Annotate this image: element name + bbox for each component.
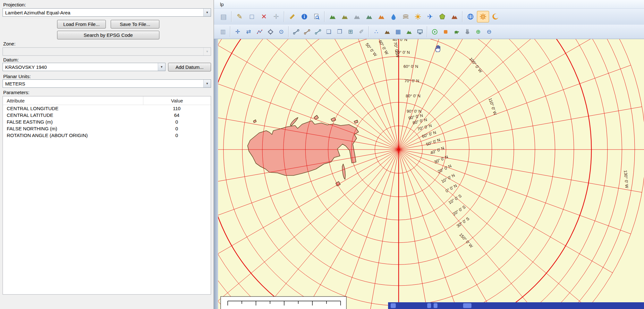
zoom-out-icon[interactable]: ⊖ [484,27,494,37]
chevron-down-icon[interactable]: ▼ [203,80,211,87]
search-document-icon[interactable] [311,11,322,22]
vertex-tools-icon[interactable] [313,27,323,37]
projection-dropdown[interactable]: Lambert Azimuthal Equal-Area ▼ [3,8,211,17]
datum-value: KRASOVSKY 1940 [3,64,158,70]
parameter-attribute: FALSE NORTHING (m) [3,126,143,131]
taskbar-strip[interactable] [388,302,644,309]
digitizer-pencil-icon[interactable]: ✎ [234,11,245,22]
copy-features-icon[interactable]: ❏ [324,27,334,37]
parameters-table-header: Attribute Value [3,96,211,105]
scale-feature-icon[interactable]: ⇄ [243,27,254,37]
parameters-rows: CENTRAL LONGITUDE110CENTRAL LATITUDE64FA… [3,105,211,139]
parameter-value: 0 [143,119,210,125]
toolbar-separator [462,11,463,22]
grid-label: 60° 0' N [403,64,418,69]
measure-ruler-icon[interactable] [286,11,298,22]
value-column-header[interactable]: Value [143,96,211,105]
projection-value: Lambert Azimuthal Equal-Area [3,10,203,15]
toolbar-separator [230,26,231,37]
parameter-row[interactable]: FALSE EASTING (m)0 [3,118,211,125]
view-3d-monitor-icon[interactable] [415,27,425,37]
map-view[interactable]: 40° 0' N50° 0' N60° 0' N70° 0' N80° 0' N… [218,38,644,309]
classify-terrain-icon[interactable] [404,27,414,37]
search-epsg-button[interactable]: Search by EPSG Code [57,31,159,39]
zoom-in-icon[interactable]: ⊕ [473,27,483,37]
speed-fast-rabbit-icon[interactable] [462,27,472,37]
fly-through-plane-icon[interactable]: ✈ [424,11,436,22]
planar-units-value: METERS [3,81,203,86]
snap-vertex-icon[interactable]: ⊙ [276,27,286,37]
scale-bar [221,297,346,309]
help-menu-fragment[interactable]: lp [220,2,224,7]
terrain-paint-icon[interactable] [449,11,460,22]
edit-vertices-icon[interactable] [254,27,265,37]
parameter-attribute: CENTRAL LONGITUDE [3,106,143,111]
zone-label: Zone: [3,41,15,46]
shader-sun-icon[interactable] [412,11,424,22]
chevron-down-icon: ▼ [203,48,211,55]
pan-move-icon[interactable]: ✛ [233,27,243,37]
taskbar-item[interactable] [434,303,437,308]
parameter-value: 0 [143,133,210,138]
grid-label: 70° 0' N [404,78,419,83]
settings-gear-icon[interactable] [477,11,489,22]
feature-info-icon[interactable] [299,11,310,22]
parameter-attribute: FALSE EASTING (m) [3,119,143,125]
planar-units-dropdown[interactable]: METERS ▼ [3,79,211,88]
terrain-gray-icon[interactable] [351,11,363,22]
web-globe-icon[interactable] [465,11,476,22]
toolbar-separator [231,11,232,22]
stop-animation-icon[interactable] [440,27,451,37]
parameter-row[interactable]: ROTATION ANGLE (ABOUT ORIGIN)0 [3,132,211,139]
speed-slow-turtle-icon[interactable] [451,27,462,37]
taskbar-item[interactable] [391,303,396,308]
chevron-down-icon[interactable]: ▼ [203,9,211,16]
paste-features-icon[interactable]: ❐ [335,27,345,37]
add-datum-button[interactable]: Add Datum... [168,63,211,71]
parameter-row[interactable]: CENTRAL LONGITUDE110 [3,105,211,112]
terrain-grid-icon[interactable] [339,11,351,22]
split-line-icon[interactable] [302,27,312,37]
parameter-row[interactable]: CENTRAL LATITUDE64 [3,112,211,118]
lidar-terrain-icon[interactable] [382,27,392,37]
attribute-column-header[interactable]: Attribute [3,98,143,103]
parameter-value: 64 [143,112,210,118]
menu-bar: lp [214,0,644,8]
taskbar-item[interactable] [427,303,431,308]
toolbar-separator [369,26,369,37]
parameters-label: Parameters: [3,90,30,95]
load-from-file-button[interactable]: Load From File... [57,20,106,28]
window-frame-strip [214,0,218,309]
terrain-mesh-icon[interactable] [363,11,375,22]
area-polygon-icon[interactable] [436,11,448,22]
select-features-icon[interactable]: □ [246,11,258,22]
map-canvas[interactable]: 40° 0' N50° 0' N60° 0' N70° 0' N80° 0' N… [218,38,644,309]
taskbar-item[interactable] [463,303,471,308]
contour-lines-icon[interactable] [400,11,411,22]
watershed-drop-icon[interactable] [388,11,399,22]
planar-units-label: Planar Units: [3,74,31,79]
terrain-create-icon[interactable] [327,11,338,22]
toolbar-separator [288,26,289,37]
delete-feature-icon[interactable]: ✕ [258,11,270,22]
partial-toolbar-icon-2[interactable]: ▥ [218,27,228,37]
parameter-value: 0 [143,126,210,131]
point-cloud-icon[interactable]: ∴ [371,27,381,37]
join-lines-icon[interactable] [291,27,301,37]
parameter-attribute: CENTRAL LATITUDE [3,112,143,118]
chevron-down-icon[interactable]: ▼ [158,63,165,71]
toolbar-row2: ▥✛⇄⊙❏❐⊞✐∴▦⊕⊖ [214,25,644,39]
save-to-file-button[interactable]: Save To File... [111,20,159,28]
north-pole-point [397,148,400,151]
attach-note-icon[interactable]: ✐ [356,27,367,37]
play-animation-icon[interactable] [429,27,440,37]
datum-dropdown[interactable]: KRASOVSKY 1940 ▼ [3,63,165,71]
edit-feature-disabled-icon[interactable]: ✛ [270,11,282,22]
parameter-row[interactable]: FALSE NORTHING (m)0 [3,125,211,132]
attribute-grid-icon[interactable]: ▦ [393,27,403,37]
night-mode-moon-icon[interactable] [490,11,501,22]
move-vertex-crosshair-icon[interactable] [265,27,275,37]
add-feature-icon[interactable]: ⊞ [345,27,356,37]
terrain-slope-icon[interactable] [376,11,387,22]
partial-toolbar-icon[interactable]: ▤ [218,11,229,22]
